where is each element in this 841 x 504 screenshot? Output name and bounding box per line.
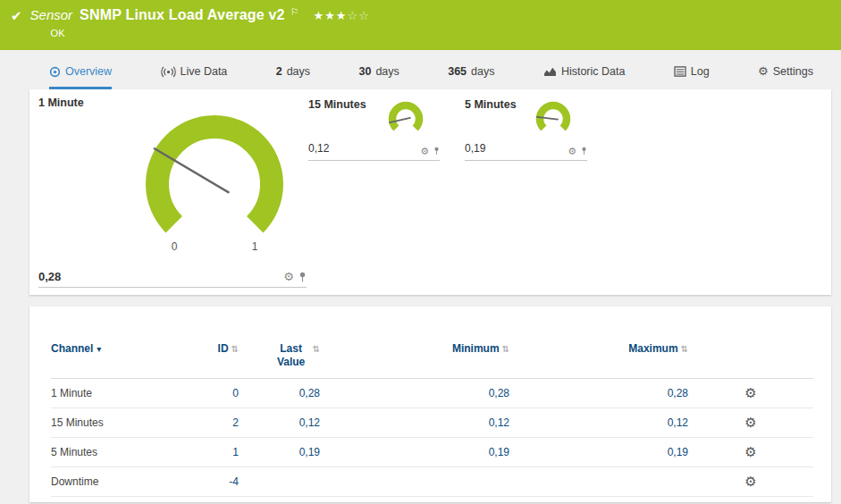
channel-maximum: 0,12 bbox=[509, 408, 688, 438]
status-check-icon: ✔ bbox=[11, 8, 22, 24]
tab-label-number: 365 bbox=[448, 64, 467, 79]
channel-settings-gear-icon[interactable]: ⚙ bbox=[744, 474, 756, 489]
gauge-value: 0,12 bbox=[308, 142, 329, 155]
channel-minimum: 0,28 bbox=[320, 379, 509, 408]
pin-icon[interactable] bbox=[299, 272, 307, 282]
pin-icon[interactable] bbox=[433, 147, 440, 155]
tab-30-days[interactable]: 30 days bbox=[358, 64, 399, 89]
page-title: SNMP Linux Load Average v2 bbox=[80, 7, 285, 23]
col-header-actions bbox=[688, 342, 813, 379]
channel-minimum bbox=[320, 467, 509, 497]
tab-label: days bbox=[471, 64, 494, 79]
channel-id: -4 bbox=[185, 467, 239, 497]
gear-icon[interactable]: ⚙ bbox=[568, 146, 576, 156]
channel-settings-gear-icon[interactable]: ⚙ bbox=[744, 385, 756, 400]
channel-minimum: 0,12 bbox=[320, 408, 509, 438]
sort-icon: ⇅ bbox=[313, 344, 320, 354]
channel-maximum: 0,28 bbox=[509, 379, 688, 408]
status-badge: OK bbox=[51, 28, 370, 38]
channel-settings-gear-icon[interactable]: ⚙ bbox=[744, 415, 756, 430]
gear-icon[interactable]: ⚙ bbox=[420, 146, 429, 156]
gauge-block-1-minute: 1 Minute 0 1 0,28 ⚙ bbox=[38, 97, 307, 288]
tab-label: Historic Data bbox=[561, 64, 626, 79]
tab-bar: Overview Live Data 2 days 30 days 365 da… bbox=[29, 50, 831, 89]
channel-name: 15 Minutes bbox=[51, 408, 185, 438]
tab-historic-data[interactable]: Historic Data bbox=[543, 64, 626, 89]
tab-log[interactable]: Log bbox=[674, 64, 710, 89]
col-header-label: Maximum bbox=[628, 342, 677, 355]
table-row[interactable]: 15 Minutes 2 0,12 0,12 0,12 ⚙ bbox=[51, 408, 813, 438]
col-header-maximum[interactable]: Maximum⇅ bbox=[509, 342, 688, 379]
channel-name: 5 Minutes bbox=[51, 438, 185, 467]
gauge-1-minute: 0 1 bbox=[130, 102, 299, 256]
star-filled-icons[interactable]: ★★★ bbox=[314, 9, 348, 22]
channel-last-value bbox=[239, 467, 320, 497]
table-header-row: Channel▾ ID⇅ Last Value⇅ Minimum⇅ Maximu… bbox=[51, 342, 813, 379]
overview-icon bbox=[49, 66, 61, 78]
channel-id: 2 bbox=[185, 408, 239, 438]
col-header-label: Last Value bbox=[273, 342, 310, 369]
gauge-value: 0,28 bbox=[38, 270, 283, 283]
tab-label: days bbox=[375, 64, 399, 79]
col-header-minimum[interactable]: Minimum⇅ bbox=[320, 342, 509, 379]
channel-settings-gear-icon[interactable]: ⚙ bbox=[744, 444, 756, 459]
col-header-label: ID bbox=[218, 342, 229, 355]
channel-table: Channel▾ ID⇅ Last Value⇅ Minimum⇅ Maximu… bbox=[51, 342, 813, 497]
sensor-kind-label: Sensor bbox=[30, 7, 73, 22]
channel-id: 0 bbox=[185, 379, 239, 408]
sort-icon: ⇅ bbox=[502, 344, 509, 354]
channel-minimum: 0,19 bbox=[320, 438, 509, 467]
chevron-down-icon: ▾ bbox=[97, 344, 101, 354]
tab-label: Overview bbox=[65, 64, 112, 79]
channel-maximum bbox=[509, 467, 688, 497]
tab-label: Log bbox=[691, 64, 710, 79]
priority-stars[interactable]: ★★★☆☆ bbox=[314, 9, 370, 22]
log-icon bbox=[674, 66, 686, 77]
table-row[interactable]: Downtime -4 ⚙ bbox=[51, 467, 813, 497]
tab-label-number: 30 bbox=[358, 64, 371, 79]
gear-icon[interactable]: ⚙ bbox=[283, 272, 294, 282]
tab-label: days bbox=[287, 64, 310, 79]
table-row[interactable]: 1 Minute 0 0,28 0,28 0,28 ⚙ bbox=[51, 379, 813, 408]
sort-icon: ⇅ bbox=[231, 344, 239, 354]
gauge-scale-max: 1 bbox=[252, 240, 258, 253]
tab-365-days[interactable]: 365 days bbox=[448, 64, 494, 89]
settings-gear-icon: ⚙ bbox=[758, 66, 769, 77]
tab-label: Settings bbox=[773, 64, 813, 79]
live-data-icon bbox=[161, 66, 176, 78]
tab-label-number: 2 bbox=[276, 64, 282, 79]
tab-live-data[interactable]: Live Data bbox=[161, 64, 228, 89]
channel-name: 1 Minute bbox=[51, 379, 185, 408]
sort-icon: ⇅ bbox=[681, 344, 688, 354]
col-header-channel[interactable]: Channel▾ bbox=[51, 342, 185, 379]
table-row[interactable]: 5 Minutes 1 0,19 0,19 0,19 ⚙ bbox=[51, 438, 813, 467]
channel-id: 1 bbox=[185, 438, 239, 467]
col-header-label: Channel bbox=[51, 342, 93, 355]
channels-panel: Channel▾ ID⇅ Last Value⇅ Minimum⇅ Maximu… bbox=[29, 307, 831, 502]
channel-last-value: 0,19 bbox=[239, 438, 320, 467]
pin-icon[interactable] bbox=[581, 147, 587, 155]
gauge-block-15-minutes: 15 Minutes 0,12 ⚙ bbox=[308, 98, 440, 161]
gauges-panel: 1 Minute 0 1 0,28 ⚙ 15 Minutes 0,12 ⚙ bbox=[29, 89, 831, 295]
gauge-footer: 0,28 ⚙ bbox=[38, 266, 307, 288]
channel-last-value: 0,28 bbox=[239, 379, 320, 408]
gauge-value: 0,19 bbox=[465, 142, 485, 155]
channel-last-value: 0,12 bbox=[239, 408, 320, 438]
gauge-block-5-minutes: 5 Minutes 0,19 ⚙ bbox=[465, 98, 587, 161]
sensor-header-text: Sensor SNMP Linux Load Average v2 ⚐ ★★★☆… bbox=[30, 7, 370, 38]
star-empty-icons[interactable]: ☆☆ bbox=[348, 9, 370, 22]
tab-2-days[interactable]: 2 days bbox=[276, 64, 310, 89]
col-header-id[interactable]: ID⇅ bbox=[185, 342, 239, 379]
gauge-scale-min: 0 bbox=[172, 240, 178, 253]
channel-name: Downtime bbox=[51, 467, 185, 497]
channel-maximum: 0,19 bbox=[509, 438, 688, 467]
tab-settings[interactable]: ⚙ Settings bbox=[758, 64, 813, 89]
gauge-5-minutes bbox=[530, 98, 576, 139]
col-header-label: Minimum bbox=[452, 342, 500, 355]
sensor-header: ✔ Sensor SNMP Linux Load Average v2 ⚐ ★★… bbox=[0, 0, 841, 50]
col-header-last-value[interactable]: Last Value⇅ bbox=[239, 342, 320, 379]
historic-data-icon bbox=[543, 66, 557, 77]
flag-icon[interactable]: ⚐ bbox=[290, 6, 299, 18]
tab-label: Live Data bbox=[181, 64, 228, 79]
tab-overview[interactable]: Overview bbox=[49, 64, 112, 89]
